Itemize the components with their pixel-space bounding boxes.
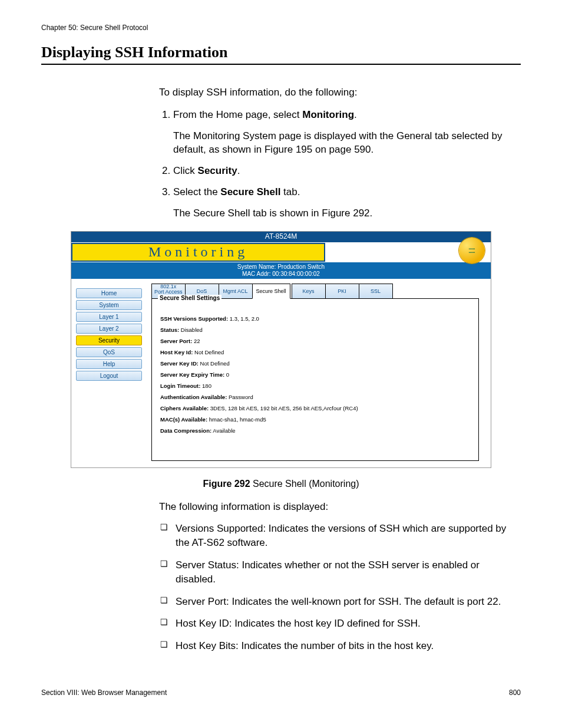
device-model-bar: AT-8524M <box>71 232 491 242</box>
setting-value: 22 <box>192 338 200 344</box>
info-bullet: Versions Supported: Indicates the versio… <box>173 522 509 550</box>
setting-label: Server Key Expiry Time: <box>160 371 224 378</box>
setting-row: Data Compression: Available <box>160 427 470 434</box>
setting-row: Login Timeout: 180 <box>160 383 470 389</box>
page-footer: Section VIII: Web Browser Management 800 <box>41 689 521 697</box>
setting-row: MAC(s) Available: hmac-sha1, hmac-md5 <box>160 416 470 423</box>
setting-value: Disabled <box>179 327 203 333</box>
title-row: Monitoring •••••••••••• <box>71 242 491 262</box>
setting-row: Host Key Id: Not Defined <box>160 349 470 355</box>
setting-value: Available <box>211 427 236 434</box>
setting-value: 180 <box>200 383 211 389</box>
info-bullet: Host Key ID: Indicates the host key ID d… <box>173 617 509 631</box>
system-info-bar: System Name: Production Switch MAC Addr:… <box>71 262 491 279</box>
page-title: Displaying SSH Information <box>41 44 521 61</box>
panel-legend: Secure Shell Settings <box>158 295 222 301</box>
setting-value: Not Defined <box>199 360 230 367</box>
tab-mgmt-acl[interactable]: Mgmt ACL <box>219 284 253 299</box>
followup-text: The following information is displayed: <box>159 500 509 514</box>
setting-value: 3DES, 128 bit AES, 192 bit AES, 256 bit … <box>209 405 358 411</box>
settings-panel: Secure Shell Settings SSH Versions Suppo… <box>151 298 479 461</box>
setting-row: Server Key Expiry Time: 0 <box>160 371 470 378</box>
sidebar-item-system[interactable]: System <box>76 300 142 310</box>
setting-label: Ciphers Available: <box>160 405 209 411</box>
setting-row: Server Key ID: Not Defined <box>160 360 470 367</box>
tab-secure-shell[interactable]: Secure Shell <box>252 284 290 299</box>
setting-value: Not Defined <box>193 349 224 355</box>
screenshot-figure: AT-8524M Monitoring •••••••••••• System … <box>71 231 491 468</box>
sidebar: HomeSystemLayer 1Layer 2SecurityQoSHelpL… <box>71 279 147 467</box>
setting-row: Ciphers Available: 3DES, 128 bit AES, 19… <box>160 405 470 411</box>
sidebar-item-home[interactable]: Home <box>76 288 142 298</box>
setting-value: hmac-sha1, hmac-md5 <box>207 416 266 423</box>
intro-text: To display SSH information, do the follo… <box>159 85 509 100</box>
tab-keys[interactable]: Keys <box>292 284 326 299</box>
allied-telesyn-badge-icon: •••••••••••• <box>459 238 485 263</box>
setting-value: 0 <box>224 371 229 378</box>
tab-ssl[interactable]: SSL <box>359 284 393 299</box>
figure-caption: Figure 292 Secure Shell (Monitoring) <box>41 479 521 489</box>
setting-label: Data Compression: <box>160 427 211 434</box>
sidebar-item-layer-2[interactable]: Layer 2 <box>76 324 142 334</box>
setting-label: SSH Versions Supported: <box>160 315 228 322</box>
setting-value: Password <box>227 394 253 400</box>
info-bullet: Host Key Bits: Indicates the number of b… <box>173 639 509 653</box>
sidebar-item-help[interactable]: Help <box>76 359 142 369</box>
step-1-note: The Monitoring System page is displayed … <box>173 129 509 157</box>
setting-label: Host Key Id: <box>160 349 193 355</box>
sidebar-item-logout[interactable]: Logout <box>76 371 142 381</box>
setting-row: Status: Disabled <box>160 327 470 333</box>
info-bullet: Server Port: Indicates the well-known po… <box>173 595 509 609</box>
setting-label: Server Key ID: <box>160 360 199 367</box>
setting-label: Authentication Available: <box>160 394 227 400</box>
step-3: Select the Secure Shell tab. The Secure … <box>173 185 509 220</box>
step-1: From the Home page, select Monitoring. T… <box>173 108 509 157</box>
footer-section: Section VIII: Web Browser Management <box>41 689 167 697</box>
steps-list: From the Home page, select Monitoring. T… <box>159 108 509 220</box>
setting-label: Status: <box>160 327 179 333</box>
footer-page-number: 800 <box>509 689 521 697</box>
title-rule <box>41 64 521 65</box>
setting-value: 1.3, 1.5, 2.0 <box>228 315 259 322</box>
chapter-header: Chapter 50: Secure Shell Protocol <box>41 24 521 32</box>
info-bullet: Server Status: Indicates whether or not … <box>173 558 509 587</box>
setting-row: Server Port: 22 <box>160 338 470 344</box>
sidebar-item-security[interactable]: Security <box>76 335 142 345</box>
setting-row: SSH Versions Supported: 1.3, 1.5, 2.0 <box>160 315 470 322</box>
setting-row: Authentication Available: Password <box>160 394 470 400</box>
setting-label: MAC(s) Available: <box>160 416 207 423</box>
tab-pki[interactable]: PKI <box>325 284 359 299</box>
sidebar-item-qos[interactable]: QoS <box>76 347 142 357</box>
info-bullets: Versions Supported: Indicates the versio… <box>159 522 509 653</box>
step-2: Click Security. <box>173 164 509 178</box>
setting-label: Login Timeout: <box>160 383 200 389</box>
sidebar-item-layer-1[interactable]: Layer 1 <box>76 312 142 322</box>
setting-label: Server Port: <box>160 338 192 344</box>
monitoring-title: Monitoring <box>71 243 325 262</box>
step-3-note: The Secure Shell tab is shown in Figure … <box>173 206 509 220</box>
